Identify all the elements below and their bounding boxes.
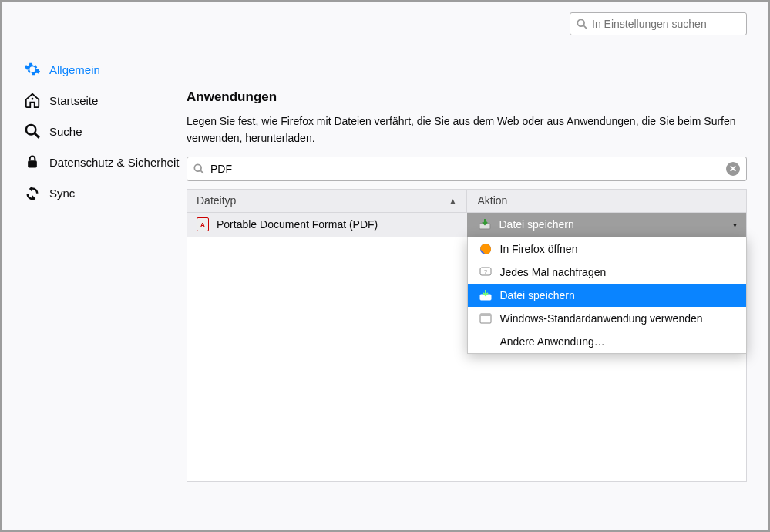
- chevron-down-icon: ▾: [733, 221, 737, 229]
- firefox-icon: [479, 243, 493, 255]
- blank-icon: [479, 335, 493, 348]
- sync-icon: [23, 184, 42, 202]
- column-header-action[interactable]: Aktion: [467, 190, 747, 212]
- dropdown-option-open-firefox[interactable]: In Firefox öffnen: [468, 237, 747, 261]
- settings-search-input[interactable]: [592, 18, 740, 30]
- search-icon: [577, 19, 587, 29]
- applications-table: Dateityp ▲ Aktion A Portable Document Fo…: [187, 189, 747, 482]
- sidebar-item-label: Suche: [49, 125, 82, 138]
- svg-point-2: [32, 98, 34, 100]
- svg-line-4: [35, 133, 39, 138]
- svg-text:?: ?: [483, 268, 487, 275]
- close-icon: ✕: [729, 163, 737, 174]
- home-icon: [23, 91, 42, 109]
- table-row[interactable]: A Portable Document Format (PDF) Datei s…: [187, 213, 746, 237]
- section-title: Anwendungen: [187, 89, 747, 105]
- dropdown-option-save-file[interactable]: Datei speichern: [468, 284, 747, 307]
- gear-icon: [23, 60, 42, 79]
- sidebar-item-label: Startseite: [49, 94, 98, 107]
- filetype-filter-box[interactable]: ✕: [187, 157, 747, 181]
- sidebar-item-search[interactable]: Suche: [23, 116, 187, 146]
- save-file-icon: [478, 219, 492, 230]
- pdf-file-icon: A: [197, 217, 209, 231]
- main-content: Anwendungen Legen Sie fest, wie Firefox …: [187, 35, 768, 530]
- sidebar-item-privacy[interactable]: Datenschutz & Sicherheit: [23, 146, 187, 177]
- clear-filter-button[interactable]: ✕: [726, 162, 740, 176]
- filetype-filter-input[interactable]: [210, 163, 726, 175]
- svg-point-6: [194, 164, 201, 171]
- search-icon: [193, 163, 204, 174]
- column-header-filetype[interactable]: Dateityp ▲: [187, 190, 467, 212]
- section-description: Legen Sie fest, wie Firefox mit Dateien …: [187, 113, 747, 147]
- svg-point-3: [26, 125, 36, 135]
- svg-line-1: [583, 25, 587, 29]
- dropdown-option-always-ask[interactable]: ? Jedes Mal nachfragen: [468, 261, 747, 284]
- windows-app-icon: [479, 312, 493, 325]
- sidebar-item-label: Allgemein: [49, 63, 100, 76]
- sidebar-item-label: Sync: [49, 187, 75, 200]
- lock-icon: [23, 153, 42, 171]
- svg-rect-14: [480, 314, 491, 316]
- svg-line-7: [200, 170, 203, 173]
- sidebar-item-sync[interactable]: Sync: [23, 177, 187, 208]
- action-select[interactable]: Datei speichern ▾: [467, 213, 747, 237]
- dropdown-option-other-app[interactable]: Andere Anwendung…: [468, 330, 747, 353]
- sidebar-item-label: Datenschutz & Sicherheit: [49, 156, 179, 169]
- dropdown-option-windows-default[interactable]: Windows-Standardanwendung verwenden: [468, 307, 747, 330]
- settings-search-box[interactable]: [570, 12, 747, 35]
- save-file-icon: [479, 289, 493, 301]
- svg-rect-5: [28, 160, 37, 167]
- sidebar-item-general[interactable]: Allgemein: [23, 54, 187, 85]
- svg-point-0: [577, 19, 584, 26]
- question-icon: ?: [479, 266, 493, 278]
- action-dropdown: In Firefox öffnen ? Jedes Mal nachfragen…: [467, 237, 748, 354]
- sidebar: Allgemein Startseite Suche Datenschutz &…: [2, 35, 187, 530]
- sort-ascending-icon: ▲: [449, 197, 457, 205]
- sidebar-item-home[interactable]: Startseite: [23, 85, 187, 116]
- filetype-cell: A Portable Document Format (PDF): [187, 213, 467, 237]
- search-icon: [23, 122, 42, 140]
